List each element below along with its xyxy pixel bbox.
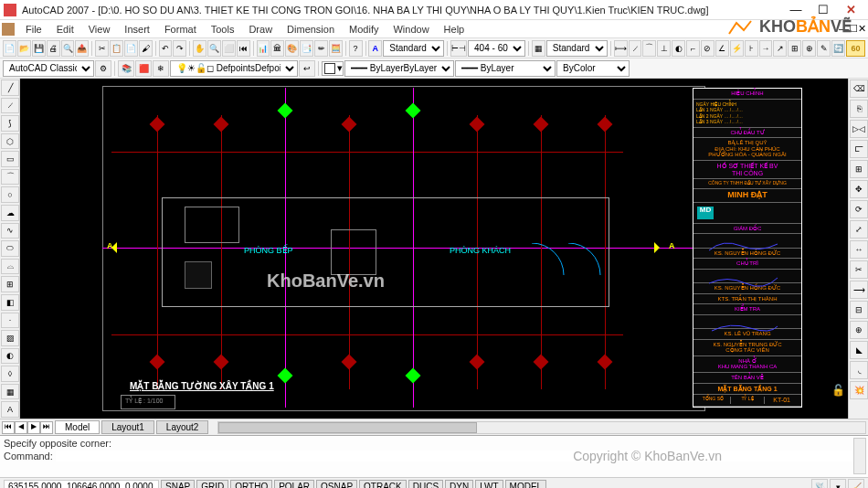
table-style-select[interactable]: Standard bbox=[546, 40, 608, 57]
dim-jogged-icon[interactable]: ⌐ bbox=[686, 40, 700, 57]
explode-icon[interactable]: 💥 bbox=[850, 381, 868, 399]
dim-icon[interactable]: ⊢⊣ bbox=[450, 40, 467, 57]
paste-icon[interactable]: 📄 bbox=[124, 40, 138, 57]
dim-edit-icon[interactable]: ✎ bbox=[817, 40, 831, 57]
polar-toggle[interactable]: POLAR bbox=[274, 480, 314, 488]
save-icon[interactable]: 💾 bbox=[32, 40, 46, 57]
stretch-icon[interactable]: ↔ bbox=[850, 240, 868, 259]
dim-update-icon[interactable]: 🔄 bbox=[831, 40, 845, 57]
zoom-icon[interactable]: 🔍 bbox=[207, 40, 221, 57]
copy-icon[interactable]: 📋 bbox=[110, 40, 123, 57]
properties-icon[interactable]: 📊 bbox=[257, 40, 270, 57]
menu-view[interactable]: View bbox=[81, 22, 118, 37]
layer-freeze-icon[interactable]: ❄ bbox=[153, 60, 169, 77]
command-scrollbar[interactable] bbox=[853, 438, 866, 474]
help-icon[interactable]: ? bbox=[349, 40, 363, 57]
menu-tools[interactable]: Tools bbox=[204, 22, 242, 37]
linetype-select[interactable]: ━━━ ByLayerByLayer bbox=[344, 60, 454, 77]
dim-diameter-icon[interactable]: ⊘ bbox=[701, 40, 715, 57]
lwt-toggle[interactable]: LWT bbox=[475, 480, 503, 488]
drawing-canvas[interactable]: A A PHÒNG BẾP PHÒNG KHÁCH MẶT BẰNG TƯỜNG… bbox=[20, 79, 848, 419]
dim-angular-icon[interactable]: ∠ bbox=[715, 40, 729, 57]
dim-radius-icon[interactable]: ◐ bbox=[672, 40, 685, 57]
insert-icon[interactable]: ⊞ bbox=[1, 276, 19, 292]
dim-quick-icon[interactable]: ⚡ bbox=[730, 40, 744, 57]
new-icon[interactable]: 📄 bbox=[3, 40, 16, 57]
dim-style-select[interactable]: 404 - 60 bbox=[468, 40, 525, 57]
offset-icon[interactable]: ⫍ bbox=[850, 140, 868, 158]
h-scrollbar[interactable] bbox=[217, 421, 866, 434]
grid-toggle[interactable]: GRID bbox=[196, 480, 228, 488]
tab-layout2[interactable]: Layout2 bbox=[156, 420, 209, 434]
arc-icon[interactable]: ⌒ bbox=[1, 169, 19, 186]
menu-file[interactable]: File bbox=[18, 22, 49, 37]
cut-icon[interactable]: ✂ bbox=[95, 40, 109, 57]
open-icon[interactable]: 📂 bbox=[17, 40, 31, 57]
table-icon[interactable]: ▦ bbox=[532, 40, 545, 57]
ellipse-arc-icon[interactable]: ⌓ bbox=[1, 259, 19, 275]
tab-first-icon[interactable]: ⏮ bbox=[2, 421, 15, 434]
menu-modify[interactable]: Modify bbox=[342, 22, 386, 37]
workspace-select[interactable]: AutoCAD Classic bbox=[3, 60, 94, 77]
tool-palette-icon[interactable]: 🎨 bbox=[285, 40, 299, 57]
block-icon[interactable]: ◧ bbox=[1, 294, 19, 311]
erase-icon[interactable]: ⌫ bbox=[850, 80, 868, 98]
status-tray-icon[interactable]: ▾ bbox=[830, 479, 846, 489]
region-icon[interactable]: ◊ bbox=[1, 366, 19, 382]
dim-leader-icon[interactable]: ↗ bbox=[773, 40, 787, 57]
markup-icon[interactable]: ✏ bbox=[314, 40, 328, 57]
ellipse-icon[interactable]: ⬭ bbox=[1, 240, 19, 257]
pline-icon[interactable]: ⟆ bbox=[1, 115, 19, 132]
pan-icon[interactable]: ✋ bbox=[193, 40, 206, 57]
status-clean-icon[interactable]: 🧹 bbox=[848, 479, 864, 489]
gradient-icon[interactable]: ◐ bbox=[1, 348, 19, 365]
coordinates-display[interactable]: 635155.0000, 106646.0000, 0.0000 bbox=[4, 480, 159, 488]
status-comm-icon[interactable]: 📡 bbox=[811, 479, 828, 489]
publish-icon[interactable]: 📤 bbox=[75, 40, 89, 57]
layer-props-icon[interactable]: 📚 bbox=[118, 60, 134, 77]
extend-icon[interactable]: ⟶ bbox=[850, 281, 868, 299]
revcloud-icon[interactable]: ☁ bbox=[1, 205, 19, 221]
menu-format[interactable]: Format bbox=[157, 22, 204, 37]
ws-settings-icon[interactable]: ⚙ bbox=[95, 60, 111, 77]
xline-icon[interactable]: ⟋ bbox=[1, 98, 19, 114]
circle-icon[interactable]: ○ bbox=[1, 186, 19, 203]
trim-icon[interactable]: ✂ bbox=[850, 260, 868, 279]
move-icon[interactable]: ✥ bbox=[850, 180, 868, 198]
menu-draw[interactable]: Draw bbox=[241, 22, 280, 37]
sheet-set-icon[interactable]: 📑 bbox=[300, 40, 313, 57]
match-icon[interactable]: 🖌 bbox=[139, 40, 153, 57]
layer-color-icon[interactable]: 🟥 bbox=[135, 60, 152, 77]
ducs-toggle[interactable]: DUCS bbox=[408, 480, 443, 488]
dim-linear-icon[interactable]: ⟼ bbox=[614, 40, 628, 57]
otrack-toggle[interactable]: OTRACK bbox=[359, 480, 407, 488]
menu-edit[interactable]: Edit bbox=[49, 22, 81, 37]
scale-icon[interactable]: ⤢ bbox=[850, 220, 868, 239]
hatch-icon[interactable]: ▨ bbox=[1, 330, 19, 346]
dim-arc-icon[interactable]: ⌒ bbox=[642, 40, 656, 57]
osnap-toggle[interactable]: OSNAP bbox=[316, 480, 357, 488]
lock-icon[interactable]: 🔓 bbox=[831, 384, 844, 397]
dim-center-icon[interactable]: ⊕ bbox=[802, 40, 816, 57]
tab-model[interactable]: Model bbox=[55, 420, 100, 434]
color-select[interactable]: ▾ bbox=[322, 61, 344, 76]
lineweight-select[interactable]: ━━━ ByLayer bbox=[455, 60, 556, 77]
table-tool-icon[interactable]: ▦ bbox=[1, 384, 19, 400]
model-toggle[interactable]: MODEL bbox=[505, 480, 547, 488]
dim-aligned-icon[interactable]: ⟋ bbox=[629, 40, 642, 57]
text-a-icon[interactable]: A bbox=[368, 40, 382, 57]
rectangle-icon[interactable]: ▭ bbox=[1, 151, 19, 167]
plotstyle-select[interactable]: ByColor bbox=[556, 60, 630, 77]
point-icon[interactable]: · bbox=[1, 313, 19, 329]
polygon-icon[interactable]: ⬡ bbox=[1, 133, 19, 150]
fillet-icon[interactable]: ◟ bbox=[850, 361, 868, 379]
tab-last-icon[interactable]: ⏭ bbox=[40, 421, 53, 434]
zoom-window-icon[interactable]: ⬜ bbox=[222, 40, 236, 57]
tab-prev-icon[interactable]: ◀ bbox=[15, 421, 27, 434]
dim-continue-icon[interactable]: → bbox=[759, 40, 773, 57]
line-icon[interactable]: ╱ bbox=[1, 80, 19, 96]
calc-icon[interactable]: 🧮 bbox=[329, 40, 343, 57]
array-icon[interactable]: ⊞ bbox=[850, 160, 868, 178]
zoom-prev-icon[interactable]: ⏮ bbox=[237, 40, 250, 57]
join-icon[interactable]: ⊕ bbox=[850, 321, 868, 339]
